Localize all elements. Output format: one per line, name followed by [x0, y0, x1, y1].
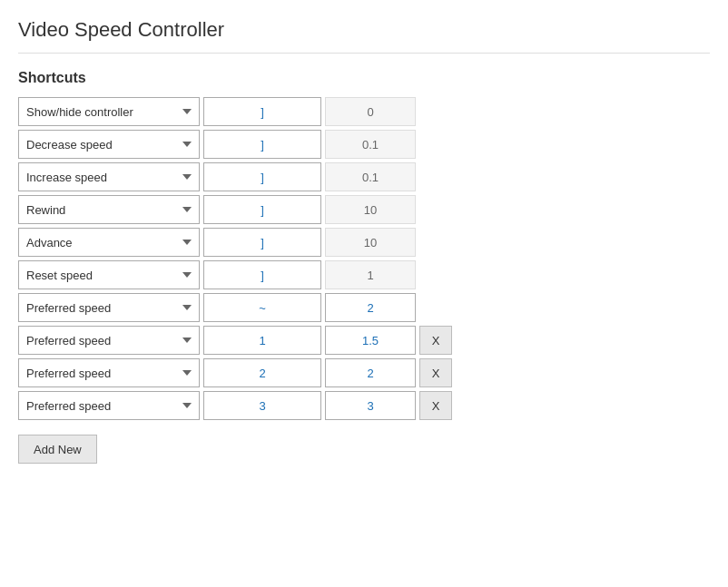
value-input-advance — [325, 228, 416, 257]
value-input-increase-speed — [325, 162, 416, 191]
page-title: Video Speed Controller — [18, 18, 710, 54]
table-row: Show/hide controllerDecrease speedIncrea… — [18, 293, 710, 322]
key-input-reset-speed[interactable] — [203, 260, 321, 289]
table-row: Show/hide controllerDecrease speedIncrea… — [18, 260, 710, 289]
shortcuts-heading: Shortcuts — [18, 70, 710, 86]
key-input-preferred-speed-4[interactable] — [203, 391, 321, 420]
action-select-show-hide[interactable]: Show/hide controllerDecrease speedIncrea… — [18, 97, 200, 126]
key-input-preferred-speed-1[interactable] — [203, 293, 321, 322]
value-input-preferred-speed-3[interactable] — [325, 358, 416, 387]
table-row: Show/hide controllerDecrease speedIncrea… — [18, 195, 710, 224]
action-select-increase-speed[interactable]: Show/hide controllerDecrease speedIncrea… — [18, 162, 200, 191]
table-row: Show/hide controllerDecrease speedIncrea… — [18, 228, 710, 257]
table-row: Show/hide controllerDecrease speedIncrea… — [18, 358, 710, 387]
action-select-rewind[interactable]: Show/hide controllerDecrease speedIncrea… — [18, 195, 200, 224]
table-row: Show/hide controllerDecrease speedIncrea… — [18, 130, 710, 159]
value-input-decrease-speed — [325, 130, 416, 159]
action-select-preferred-speed-2[interactable]: Show/hide controllerDecrease speedIncrea… — [18, 326, 200, 355]
action-select-decrease-speed[interactable]: Show/hide controllerDecrease speedIncrea… — [18, 130, 200, 159]
remove-button-preferred-speed-2[interactable]: X — [419, 326, 452, 355]
shortcuts-table: Show/hide controllerDecrease speedIncrea… — [18, 97, 710, 420]
key-input-decrease-speed[interactable] — [203, 130, 321, 159]
value-input-rewind — [325, 195, 416, 224]
key-input-rewind[interactable] — [203, 195, 321, 224]
table-row: Show/hide controllerDecrease speedIncrea… — [18, 162, 710, 191]
key-input-increase-speed[interactable] — [203, 162, 321, 191]
value-input-preferred-speed-1[interactable] — [325, 293, 416, 322]
value-input-preferred-speed-2[interactable] — [325, 326, 416, 355]
action-select-preferred-speed-1[interactable]: Show/hide controllerDecrease speedIncrea… — [18, 293, 200, 322]
action-select-preferred-speed-4[interactable]: Show/hide controllerDecrease speedIncrea… — [18, 391, 200, 420]
value-input-preferred-speed-4[interactable] — [325, 391, 416, 420]
key-input-preferred-speed-2[interactable] — [203, 326, 321, 355]
remove-button-preferred-speed-4[interactable]: X — [419, 391, 452, 420]
key-input-show-hide[interactable] — [203, 97, 321, 126]
action-select-advance[interactable]: Show/hide controllerDecrease speedIncrea… — [18, 228, 200, 257]
table-row: Show/hide controllerDecrease speedIncrea… — [18, 326, 710, 355]
value-input-reset-speed — [325, 260, 416, 289]
value-input-show-hide — [325, 97, 416, 126]
key-input-advance[interactable] — [203, 228, 321, 257]
action-select-reset-speed[interactable]: Show/hide controllerDecrease speedIncrea… — [18, 260, 200, 289]
action-select-preferred-speed-3[interactable]: Show/hide controllerDecrease speedIncrea… — [18, 358, 200, 387]
table-row: Show/hide controllerDecrease speedIncrea… — [18, 391, 710, 420]
key-input-preferred-speed-3[interactable] — [203, 358, 321, 387]
table-row: Show/hide controllerDecrease speedIncrea… — [18, 97, 710, 126]
remove-button-preferred-speed-3[interactable]: X — [419, 358, 452, 387]
add-new-button[interactable]: Add New — [18, 435, 97, 464]
